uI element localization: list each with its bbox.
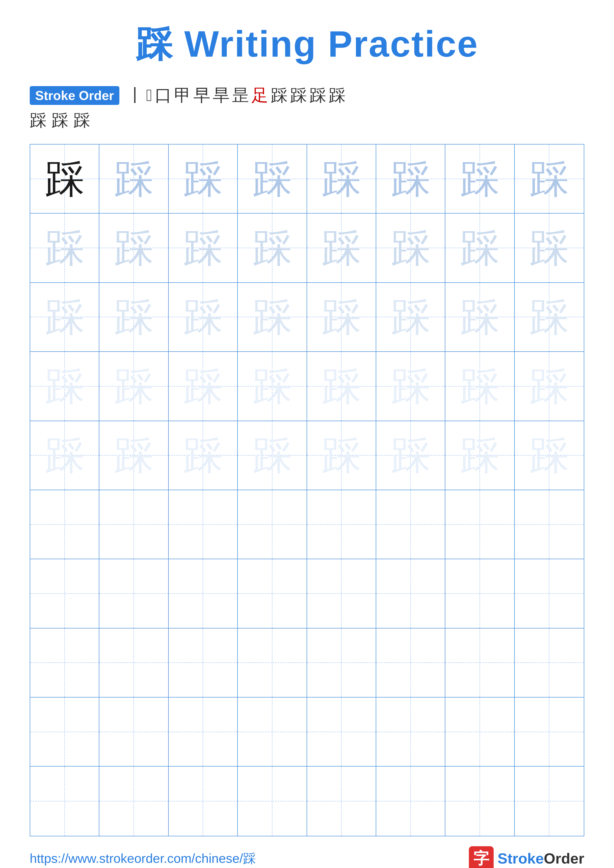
grid-cell[interactable]: 踩 [445, 144, 515, 214]
grid-cell[interactable]: 踩 [30, 283, 99, 352]
stroke-order-label: Stroke Order [30, 86, 120, 105]
grid-cell[interactable] [30, 698, 99, 767]
grid-cell[interactable] [515, 628, 584, 698]
grid-cell[interactable]: 踩 [169, 352, 238, 421]
practice-char: 踩 [183, 436, 223, 475]
grid-cell[interactable] [445, 559, 515, 628]
grid-cell[interactable] [445, 698, 515, 767]
grid-cell[interactable]: 踩 [376, 214, 445, 282]
grid-cell[interactable]: 踩 [515, 283, 584, 352]
grid-cell[interactable] [99, 559, 168, 628]
grid-cell[interactable]: 踩 [376, 144, 445, 214]
grid-cell[interactable]: 踩 [445, 214, 515, 282]
grid-cell[interactable]: 踩 [445, 283, 515, 352]
grid-cell[interactable]: 踩 [99, 214, 168, 282]
grid-cell[interactable] [99, 767, 168, 835]
grid-cell[interactable] [30, 559, 99, 628]
grid-cell[interactable]: 踩 [169, 283, 238, 352]
practice-char: 踩 [391, 228, 431, 268]
grid-cell[interactable]: 踩 [99, 283, 168, 352]
grid-row-1: 踩 踩 踩 踩 踩 踩 踩 踩 [30, 144, 584, 214]
grid-cell[interactable] [307, 698, 376, 767]
grid-cell[interactable] [99, 628, 168, 698]
stroke-10: 踩 [290, 84, 307, 107]
grid-cell[interactable]: 踩 [515, 421, 584, 490]
stroke-8: 足 [252, 84, 268, 107]
grid-cell[interactable]: 踩 [238, 144, 307, 214]
grid-cell[interactable]: 踩 [169, 421, 238, 490]
practice-char: 踩 [322, 297, 361, 337]
grid-cell[interactable]: 踩 [307, 144, 376, 214]
grid-cell[interactable]: 踩 [30, 144, 99, 214]
grid-cell[interactable]: 踩 [445, 421, 515, 490]
grid-cell[interactable]: 踩 [99, 144, 168, 214]
grid-cell[interactable]: 踩 [445, 352, 515, 421]
grid-cell[interactable] [238, 698, 307, 767]
grid-cell[interactable]: 踩 [238, 352, 307, 421]
grid-cell[interactable]: 踩 [30, 352, 99, 421]
grid-cell[interactable] [376, 559, 445, 628]
grid-cell[interactable] [169, 490, 238, 559]
practice-char: 踩 [183, 228, 223, 268]
grid-row-3: 踩 踩 踩 踩 踩 踩 踩 踩 [30, 283, 584, 352]
grid-cell[interactable]: 踩 [307, 214, 376, 282]
grid-cell[interactable] [238, 490, 307, 559]
grid-cell[interactable]: 踩 [99, 352, 168, 421]
grid-cell[interactable] [169, 767, 238, 835]
grid-cell[interactable]: 踩 [307, 352, 376, 421]
grid-cell[interactable] [376, 628, 445, 698]
grid-cell[interactable] [307, 490, 376, 559]
grid-cell[interactable]: 踩 [238, 421, 307, 490]
grid-cell[interactable] [238, 628, 307, 698]
grid-cell[interactable] [30, 767, 99, 835]
stroke-order-section: Stroke Order 丨 𠃍 口 甲 早 旱 昰 足 踩 踩 踩 踩 [30, 84, 584, 107]
grid-cell[interactable]: 踩 [307, 283, 376, 352]
stroke-5: 早 [193, 84, 210, 107]
grid-cell[interactable]: 踩 [99, 421, 168, 490]
grid-cell[interactable]: 踩 [515, 144, 584, 214]
grid-cell[interactable] [376, 698, 445, 767]
grid-row-10 [30, 767, 584, 835]
grid-cell[interactable]: 踩 [376, 352, 445, 421]
grid-cell[interactable] [169, 698, 238, 767]
grid-cell[interactable] [376, 490, 445, 559]
grid-cell[interactable] [445, 490, 515, 559]
grid-cell[interactable]: 踩 [515, 214, 584, 282]
grid-cell[interactable] [169, 559, 238, 628]
grid-cell[interactable]: 踩 [515, 352, 584, 421]
grid-cell[interactable] [30, 628, 99, 698]
grid-cell[interactable] [376, 767, 445, 835]
grid-cell[interactable]: 踩 [376, 421, 445, 490]
grid-cell[interactable]: 踩 [376, 283, 445, 352]
grid-cell[interactable] [238, 767, 307, 835]
grid-cell[interactable] [169, 628, 238, 698]
grid-cell[interactable] [515, 698, 584, 767]
grid-cell[interactable]: 踩 [30, 421, 99, 490]
stroke-order-row2: 踩 踩 踩 [30, 109, 584, 132]
grid-cell[interactable] [445, 628, 515, 698]
grid-cell[interactable]: 踩 [238, 214, 307, 282]
practice-char: 踩 [114, 228, 154, 268]
grid-cell[interactable]: 踩 [169, 214, 238, 282]
grid-cell[interactable] [307, 767, 376, 835]
grid-cell[interactable] [238, 559, 307, 628]
grid-cell[interactable]: 踩 [30, 214, 99, 282]
grid-cell[interactable] [515, 559, 584, 628]
grid-row-9 [30, 698, 584, 767]
title-character: 踩 [135, 23, 173, 64]
grid-cell[interactable] [307, 628, 376, 698]
practice-char: 踩 [460, 366, 500, 406]
grid-cell[interactable]: 踩 [307, 421, 376, 490]
grid-cell[interactable] [515, 490, 584, 559]
grid-cell[interactable] [99, 698, 168, 767]
grid-cell[interactable] [445, 767, 515, 835]
footer-logo: 字 StrokeOrder [469, 846, 584, 868]
footer-url[interactable]: https://www.strokeorder.com/chinese/踩 [30, 850, 256, 867]
grid-cell[interactable] [307, 559, 376, 628]
grid-cell[interactable] [30, 490, 99, 559]
grid-cell[interactable] [515, 767, 584, 835]
grid-cell[interactable]: 踩 [238, 283, 307, 352]
grid-cell[interactable] [99, 490, 168, 559]
grid-cell[interactable]: 踩 [169, 144, 238, 214]
practice-char: 踩 [252, 159, 292, 199]
